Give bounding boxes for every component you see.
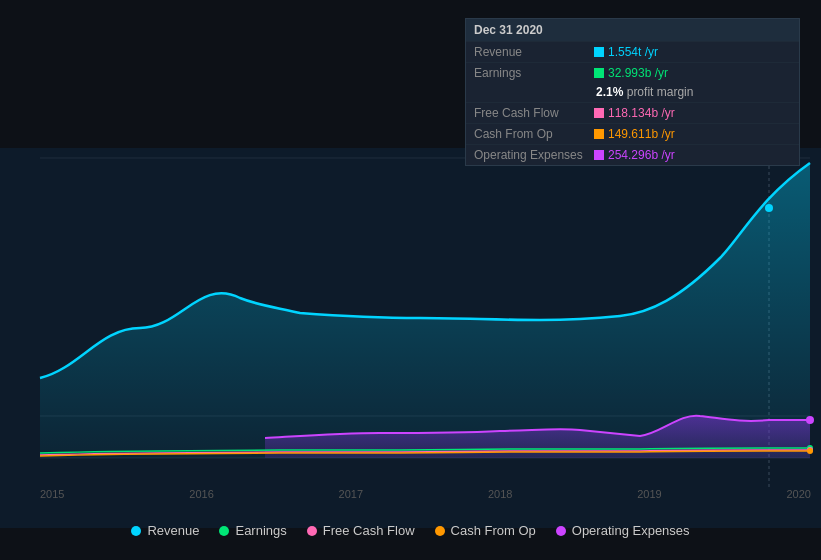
earnings-swatch bbox=[594, 68, 604, 78]
tooltip-row-cfo: Cash From Op 149.611b /yr bbox=[466, 123, 799, 144]
profit-margin-value: 2.1% bbox=[596, 85, 623, 99]
revenue-swatch bbox=[594, 47, 604, 57]
earnings-label: Earnings bbox=[474, 66, 594, 80]
tooltip-row-fcf: Free Cash Flow 118.134b /yr bbox=[466, 102, 799, 123]
tooltip-row-opex: Operating Expenses 254.296b /yr bbox=[466, 144, 799, 165]
legend-opex-dot bbox=[556, 526, 566, 536]
legend-earnings-dot bbox=[219, 526, 229, 536]
legend-fcf-dot bbox=[307, 526, 317, 536]
earnings-amount: 32.993b /yr bbox=[608, 66, 668, 80]
opex-label: Operating Expenses bbox=[474, 148, 594, 162]
earnings-value: 32.993b /yr bbox=[594, 66, 668, 80]
opex-swatch bbox=[594, 150, 604, 160]
legend-opex[interactable]: Operating Expenses bbox=[556, 523, 690, 538]
fcf-value: 118.134b /yr bbox=[594, 106, 675, 120]
fcf-label: Free Cash Flow bbox=[474, 106, 594, 120]
cfo-label: Cash From Op bbox=[474, 127, 594, 141]
legend-fcf-label: Free Cash Flow bbox=[323, 523, 415, 538]
legend-cfo[interactable]: Cash From Op bbox=[435, 523, 536, 538]
x-label-2015: 2015 bbox=[40, 488, 64, 500]
legend-revenue[interactable]: Revenue bbox=[131, 523, 199, 538]
fcf-amount: 118.134b /yr bbox=[608, 106, 675, 120]
tooltip-row-revenue: Revenue 1.554t /yr bbox=[466, 41, 799, 62]
cfo-value: 149.611b /yr bbox=[594, 127, 675, 141]
legend-revenue-label: Revenue bbox=[147, 523, 199, 538]
profit-margin-row: 2.1% profit margin bbox=[466, 83, 799, 102]
legend-earnings[interactable]: Earnings bbox=[219, 523, 286, 538]
legend-cfo-label: Cash From Op bbox=[451, 523, 536, 538]
legend-revenue-dot bbox=[131, 526, 141, 536]
cfo-amount: 149.611b /yr bbox=[608, 127, 675, 141]
revenue-amount: 1.554t /yr bbox=[608, 45, 658, 59]
cfo-swatch bbox=[594, 129, 604, 139]
x-label-2016: 2016 bbox=[189, 488, 213, 500]
revenue-value: 1.554t /yr bbox=[594, 45, 658, 59]
fcf-swatch bbox=[594, 108, 604, 118]
tooltip-box: Dec 31 2020 Revenue 1.554t /yr Earnings … bbox=[465, 18, 800, 166]
legend-opex-label: Operating Expenses bbox=[572, 523, 690, 538]
x-label-2019: 2019 bbox=[637, 488, 661, 500]
x-axis-labels: 2015 2016 2017 2018 2019 2020 bbox=[40, 488, 811, 500]
main-chart bbox=[0, 148, 821, 528]
opex-cursor-dot bbox=[806, 416, 814, 424]
revenue-cursor-dot bbox=[765, 204, 773, 212]
tooltip-title: Dec 31 2020 bbox=[466, 19, 799, 41]
x-label-2020: 2020 bbox=[786, 488, 810, 500]
opex-amount: 254.296b /yr bbox=[608, 148, 675, 162]
revenue-label: Revenue bbox=[474, 45, 594, 59]
legend-earnings-label: Earnings bbox=[235, 523, 286, 538]
cfo-cursor-dot bbox=[807, 448, 813, 454]
tooltip-row-earnings: Earnings 32.993b /yr bbox=[466, 62, 799, 83]
x-label-2018: 2018 bbox=[488, 488, 512, 500]
profit-margin-label: profit margin bbox=[627, 85, 694, 99]
chart-legend: Revenue Earnings Free Cash Flow Cash Fro… bbox=[0, 523, 821, 538]
opex-value: 254.296b /yr bbox=[594, 148, 675, 162]
legend-cfo-dot bbox=[435, 526, 445, 536]
x-label-2017: 2017 bbox=[339, 488, 363, 500]
legend-fcf[interactable]: Free Cash Flow bbox=[307, 523, 415, 538]
